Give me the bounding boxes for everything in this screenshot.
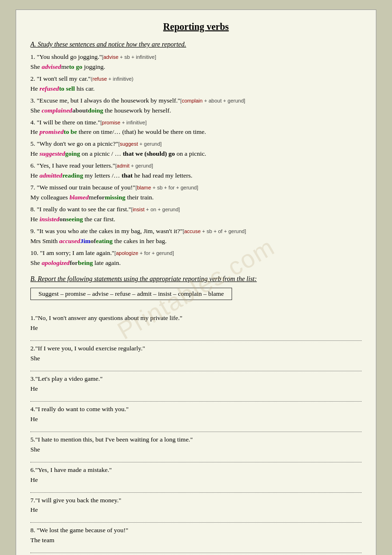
item-1-bracket: [advise + sb + infinitive] bbox=[102, 54, 156, 60]
ex-4-line bbox=[30, 425, 362, 432]
item-6-bracket: [admit + gerund] bbox=[115, 163, 153, 169]
item-5-bracket: [suggest + gerund] bbox=[118, 141, 161, 147]
item-8: 8. "I really do want to see the car firs… bbox=[30, 205, 362, 225]
ex-7-quote: "I will give you back the money." bbox=[35, 497, 121, 504]
ex-1-number: 1. bbox=[30, 314, 35, 321]
ex-8-line bbox=[30, 546, 362, 553]
item-2: 2. "I won't sell my car."(refuse + infin… bbox=[30, 74, 362, 94]
item-10-reported: She apologizedforbeing late again. bbox=[30, 259, 121, 266]
ex-6-line bbox=[30, 486, 362, 493]
item-2-number: 2. bbox=[30, 75, 37, 82]
exercise-3: 3."Let's play a video game." He bbox=[30, 374, 362, 402]
item-8-original: "I really do want to see the car first." bbox=[37, 206, 131, 213]
ex-2-line bbox=[30, 365, 362, 371]
ex-8-quote: "We lost the game because of you!" bbox=[37, 527, 129, 534]
exercise-7: 7."I will give you back the money." He bbox=[30, 496, 362, 523]
item-6-original: "Yes, I have read your letters." bbox=[37, 162, 115, 169]
worksheet: Printables.com Reporting verbs A. Study … bbox=[16, 9, 376, 555]
ex-3-pronoun: He bbox=[30, 385, 38, 392]
item-9: 9. "It was you who ate the cakes in my b… bbox=[30, 226, 362, 246]
ex-7-number: 7. bbox=[30, 497, 35, 504]
ex-4-quote: "I really do want to come with you." bbox=[35, 405, 129, 413]
ex-1-pronoun: He bbox=[30, 324, 38, 331]
item-1: 1. "You should go jogging."[advise + sb … bbox=[30, 52, 362, 72]
item-3-original: "Excuse me, but I always do the housewor… bbox=[37, 97, 180, 104]
item-4: 4. "I will be there on time."[promise + … bbox=[30, 118, 362, 138]
exercise-8: 8. "We lost the game because of you!" Th… bbox=[30, 526, 362, 553]
item-4-bracket: [promise + infinitive] bbox=[101, 120, 147, 125]
section-a-header: A. Study these sentences and notice how … bbox=[30, 41, 362, 48]
item-3-reported: She complainedaboutdoing the housework b… bbox=[30, 107, 171, 114]
item-7-original: "We missed our train because of you!" bbox=[37, 184, 136, 191]
exercise-6: 6."Yes, I have made a mistake." He bbox=[30, 465, 362, 493]
ex-1-quote: "No, I won't answer any questions about … bbox=[35, 314, 182, 321]
item-3-bracket: [complain + about + gerund] bbox=[180, 98, 245, 103]
item-6: 6. "Yes, I have read your letters."[admi… bbox=[30, 161, 362, 181]
ex-8-pronoun: The team bbox=[30, 536, 55, 544]
item-5-number: 5. bbox=[30, 140, 37, 147]
item-2-bracket: (refuse + infinitive) bbox=[91, 76, 133, 82]
item-6-reported: He admittedreading my letters /… that he… bbox=[30, 172, 192, 179]
page-title: Reporting verbs bbox=[30, 21, 362, 32]
ex-5-number: 5. bbox=[30, 436, 35, 443]
item-5: 5. "Why don't we go on a picnic?"[sugges… bbox=[30, 139, 362, 159]
ex-2-pronoun: She bbox=[30, 355, 40, 362]
item-4-number: 4. bbox=[30, 119, 37, 126]
exercise-2: 2."If I were you, I would exercise regul… bbox=[30, 344, 362, 371]
ex-6-quote: "Yes, I have made a mistake." bbox=[35, 466, 112, 473]
item-8-reported: He insistedonseeing the car first. bbox=[30, 216, 115, 223]
item-7: 7. "We missed our train because of you!"… bbox=[30, 183, 362, 203]
ex-5-line bbox=[30, 456, 362, 462]
item-7-bracket: [blame + sb + for + gerund] bbox=[135, 185, 198, 190]
item-10-bracket: [apologize + for + gerund] bbox=[114, 250, 174, 256]
ex-3-quote: "Let's play a video game." bbox=[35, 375, 103, 382]
item-3-number: 3. bbox=[30, 97, 37, 104]
item-6-number: 6. bbox=[30, 162, 37, 169]
section-b-header: B. Report the following statements using… bbox=[30, 275, 362, 283]
exercise-1: 1."No, I won't answer any questions abou… bbox=[30, 313, 362, 341]
item-1-number: 1. bbox=[30, 53, 37, 60]
item-9-number: 9. bbox=[30, 227, 37, 235]
item-10-original: "I am sorry; I am late again." bbox=[40, 249, 114, 256]
item-7-number: 7. bbox=[30, 184, 37, 191]
item-8-number: 8. bbox=[30, 206, 37, 213]
ex-3-line bbox=[30, 395, 362, 402]
item-4-reported: He promisedto be there on time/… (that) … bbox=[30, 128, 206, 135]
ex-6-pronoun: He bbox=[30, 476, 38, 483]
ex-7-pronoun: He bbox=[30, 506, 38, 513]
item-2-reported: He refusedto sell his car. bbox=[30, 85, 94, 92]
ex-2-number: 2. bbox=[30, 345, 35, 352]
item-10-number: 10. bbox=[30, 249, 40, 256]
ex-8-number: 8. bbox=[30, 527, 37, 534]
item-1-original: "You should go jogging." bbox=[37, 53, 102, 60]
word-box-container: Suggest – promise – advise – refuse – ad… bbox=[30, 288, 362, 307]
item-7-reported: My colleagues blamedmeformissing their t… bbox=[30, 194, 154, 201]
item-9-original: "It was you who ate the cakes in my bag,… bbox=[37, 227, 183, 235]
ex-4-pronoun: He bbox=[30, 415, 38, 423]
item-8-bracket: [insist + on + gerund] bbox=[131, 207, 180, 212]
ex-2-quote: "If I were you, I would exercise regular… bbox=[35, 345, 145, 352]
exercise-4: 4."I really do want to come with you." H… bbox=[30, 404, 362, 432]
exercise-5: 5."I hate to mention this, but I've been… bbox=[30, 435, 362, 462]
item-9-reported: Mrs Smith accusedJimofeating the cakes i… bbox=[30, 237, 167, 245]
item-3: 3. "Excuse me, but I always do the house… bbox=[30, 96, 362, 116]
word-box: Suggest – promise – advise – refuse – ad… bbox=[30, 288, 232, 300]
ex-4-number: 4. bbox=[30, 405, 35, 413]
item-9-bracket: [accuse + sb + of + gerund] bbox=[183, 228, 246, 234]
ex-5-pronoun: She bbox=[30, 446, 40, 453]
ex-7-line bbox=[30, 516, 362, 523]
ex-1-line bbox=[30, 334, 362, 341]
item-4-original: "I will be there on time." bbox=[37, 119, 101, 126]
ex-5-quote: "I hate to mention this, but I've been w… bbox=[35, 436, 193, 443]
item-5-reported: He suggestedgoing on a picnic / … that w… bbox=[30, 150, 206, 157]
ex-3-number: 3. bbox=[30, 375, 35, 382]
item-5-original: "Why don't we go on a picnic?" bbox=[37, 140, 119, 147]
item-2-original: "I won't sell my car." bbox=[37, 75, 91, 82]
ex-6-number: 6. bbox=[30, 466, 35, 473]
item-1-reported: She advisedmeto go jogging. bbox=[30, 63, 105, 70]
item-10: 10. "I am sorry; I am late again."[apolo… bbox=[30, 248, 362, 268]
